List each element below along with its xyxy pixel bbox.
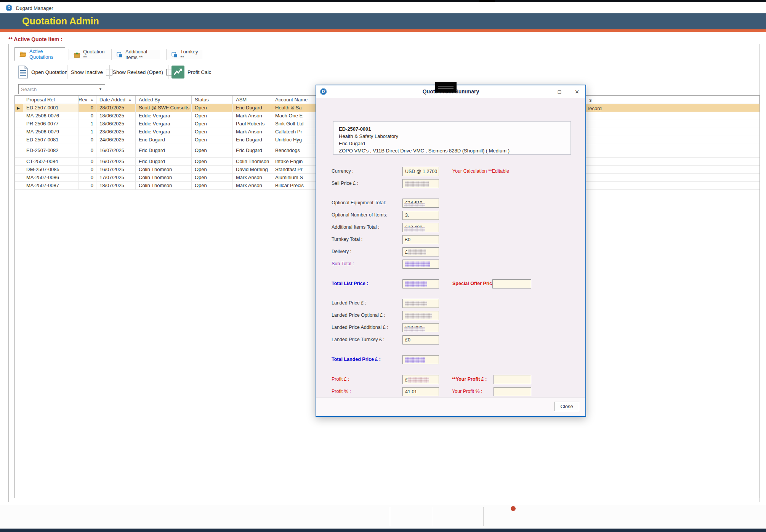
tab-quotation[interactable]: Quotation **	[69, 49, 111, 60]
footer-divider	[390, 507, 390, 526]
additional-items-input[interactable]: £13,400	[402, 223, 439, 232]
your-profit-input[interactable]	[494, 375, 531, 384]
col-rev[interactable]: Rev▲	[79, 96, 96, 104]
your-profit-percent-label: Your Profit % :	[452, 389, 482, 394]
cell-rev: 0	[79, 158, 96, 166]
cell-rev: 0	[79, 144, 96, 158]
search-input[interactable]	[21, 86, 93, 93]
currency-input[interactable]: USD @ 1.2700	[402, 167, 439, 176]
cell-status: Open	[192, 120, 233, 128]
cell-status: Open	[192, 104, 233, 112]
sell-price-input[interactable]	[402, 179, 439, 188]
field-label: Sell Price £ :	[332, 181, 358, 186]
row-selector	[15, 120, 23, 128]
row-selector	[15, 158, 23, 166]
cell-rev: 0	[79, 166, 96, 174]
row-selector	[15, 136, 23, 144]
landed-price-optional-input[interactable]	[402, 311, 439, 320]
optional-items-count-input[interactable]: 3.	[402, 211, 439, 220]
your-calculation-note: Your Calculation **Editable	[452, 168, 509, 174]
tab-turnkey[interactable]: Turnkey **	[166, 49, 203, 60]
dropdown-arrow-icon[interactable]: ▼	[99, 87, 102, 91]
profit-percent-input[interactable]: 41.01	[402, 387, 439, 396]
total-list-price-input[interactable]	[402, 279, 439, 288]
cell-rev: 1	[79, 120, 96, 128]
field-label: Profit £ :	[332, 377, 349, 382]
redacted-value	[405, 281, 427, 287]
close-window-button[interactable]: ×	[572, 88, 582, 96]
profit-input[interactable]: £	[402, 375, 439, 384]
app-logo-icon: D	[6, 5, 12, 11]
cell-date-added: 23/06/2025	[96, 128, 136, 136]
maximize-button[interactable]: □	[554, 88, 565, 96]
cell-date-added: 18/07/2025	[96, 182, 136, 190]
sort-asc-icon: ▲	[90, 98, 93, 101]
special-offer-label: Special Offer Price :	[452, 281, 498, 286]
cell-added-by: Eric Dugard	[136, 144, 192, 158]
field-label: Optional Equipment Total:	[332, 200, 386, 205]
col-status[interactable]: Status	[192, 96, 233, 104]
show-revised-toggle[interactable]: Show Revised (Open)	[113, 69, 173, 75]
turnkey-total-input[interactable]: £0	[402, 235, 439, 244]
your-profit-percent-input[interactable]	[494, 387, 531, 396]
field-label: Landed Price Additional £ :	[332, 325, 388, 330]
col-proposal-ref[interactable]: Proposal Ref	[23, 96, 79, 104]
page-header: Quotation Admin	[0, 13, 766, 29]
redacted-value	[405, 261, 430, 267]
field-label: Total Landed Price £ :	[332, 357, 381, 362]
minimize-button[interactable]: ─	[537, 88, 547, 96]
archive-in-icon	[74, 51, 80, 58]
redacted-value	[405, 357, 425, 363]
search-combobox[interactable]: ▼	[18, 84, 105, 94]
cell-date-added: 24/06/2025	[96, 136, 136, 144]
selector-column-header	[15, 96, 23, 104]
toolbar-divider	[67, 65, 67, 79]
landed-price-turnkey-input[interactable]: £0	[402, 335, 439, 345]
cell-status: Open	[192, 174, 233, 182]
profit-calc-button[interactable]: Profit Calc	[171, 66, 211, 79]
col-date-added[interactable]: Date Added▲	[96, 96, 136, 104]
current-row-icon: ▶	[17, 106, 20, 110]
landed-price-additional-input[interactable]: £10,000	[402, 323, 439, 332]
show-inactive-toggle[interactable]: Show Inactive	[71, 69, 112, 75]
col-asm[interactable]: ASM	[233, 96, 272, 104]
cell-asm: David Morning	[233, 166, 272, 174]
optional-equipment-input[interactable]: £24,610	[402, 199, 439, 208]
row-selector	[15, 128, 23, 136]
cell-rev: 1	[79, 128, 96, 136]
special-offer-input[interactable]	[492, 279, 531, 288]
delivery-input[interactable]: £	[402, 247, 439, 256]
tab-additional-items[interactable]: Additional Items **	[111, 49, 161, 60]
cell-status: Open	[192, 128, 233, 136]
row-selector	[15, 112, 23, 120]
sub-total-input[interactable]	[402, 260, 439, 269]
cell-date-added: 17/07/2025	[96, 174, 136, 182]
redacted-value	[408, 377, 429, 383]
open-quotation-button[interactable]: Open Quotation	[18, 66, 67, 79]
landed-price-input[interactable]	[402, 299, 439, 308]
close-button[interactable]: Close	[554, 402, 579, 411]
field-label: Currency :	[332, 168, 354, 174]
quote-admin-notification-dot	[511, 506, 516, 511]
field-label: Additional Items Total :	[332, 224, 380, 230]
redacted-value	[408, 249, 426, 255]
clipped-header-fragment: s	[589, 97, 592, 103]
redacted-value	[405, 301, 427, 306]
redaction-smudge	[404, 327, 425, 332]
row-selector: ▶	[15, 104, 23, 112]
total-landed-price-input[interactable]	[402, 355, 439, 364]
cell-date-added: 28/01/2025	[96, 104, 136, 112]
copy-squares-icon	[116, 51, 123, 58]
redaction-smudge	[404, 203, 425, 207]
tab-active-quotations[interactable]: Active Quotations	[14, 47, 65, 61]
titlebar-redaction-box	[435, 82, 457, 93]
cell-proposal-ref: ED-2507-0081	[23, 136, 79, 144]
cell-asm: Paul Roberts	[233, 120, 272, 128]
cell-asm: Colin Thomson	[233, 158, 272, 166]
row-selector	[15, 166, 23, 174]
field-label: Sub Total :	[332, 261, 354, 266]
cell-rev: 0	[79, 104, 96, 112]
window-title: Dugard Manager	[16, 5, 53, 11]
col-added-by[interactable]: Added By	[136, 96, 192, 104]
redaction-smudge	[404, 227, 425, 232]
